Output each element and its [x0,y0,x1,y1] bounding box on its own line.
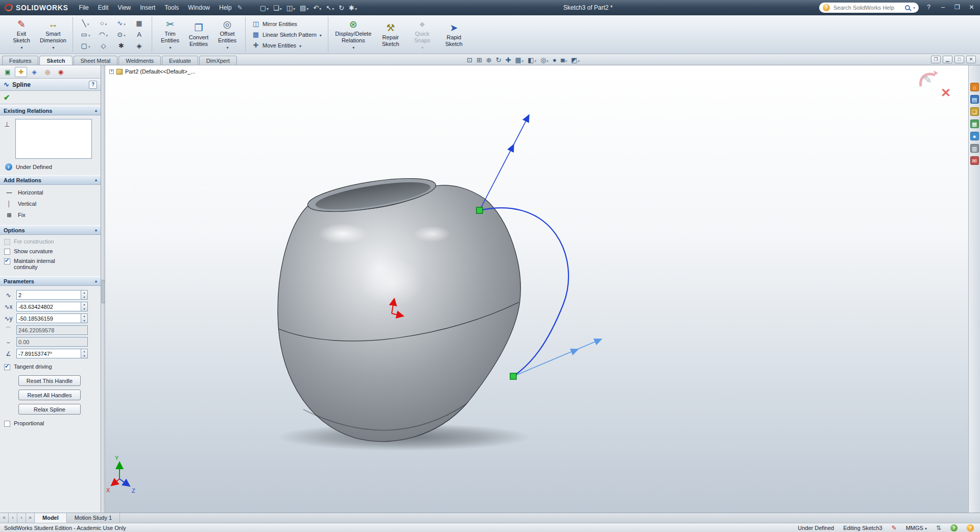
spline-tool-button[interactable]: ∿ [112,18,130,29]
minimize-document-icon[interactable]: ▁ [943,56,952,63]
text-tool-button[interactable]: A [130,29,148,40]
exit-sketch-corner-button[interactable]: ✎ [918,69,939,89]
spin-down-icon[interactable] [81,354,87,358]
custom-properties-icon[interactable]: ▥ [970,144,979,153]
nav-last-button[interactable]: » [26,513,35,523]
maintain-internal-continuity-checkbox[interactable] [4,258,10,264]
apply-scene-button[interactable]: ◙ [560,56,568,64]
spin-down-icon[interactable] [81,295,87,300]
property-manager-tab-icon[interactable]: ✚ [15,67,27,77]
point-tool-button[interactable]: ✱ [112,40,130,52]
save-button[interactable]: ◫ [284,2,297,13]
x-coordinate-input[interactable] [17,302,81,311]
tangent-handle-bottom-mid-arrow[interactable] [576,349,578,350]
rapid-sketch-button[interactable]: ➤ Rapid Sketch [438,18,470,52]
repair-sketch-button[interactable]: ⚒ Repair Sketch [375,18,407,52]
spinner-control[interactable] [81,314,87,323]
plane-tool-button[interactable]: ◈ [130,40,148,52]
maximize-document-icon[interactable]: □ [954,56,964,63]
offset-entities-button[interactable]: ◎ Offset Entities [213,18,242,52]
display-delete-relations-button[interactable]: ⊛ Display/Delete Relations [332,18,375,52]
spline-point-top[interactable] [476,207,483,213]
y-coordinate-field[interactable] [16,313,88,323]
tab-sketch[interactable]: Sketch [39,56,72,65]
rotate-view-button[interactable]: ↻ [495,56,503,64]
restore-button[interactable]: ❐ [951,2,964,13]
menu-edit[interactable]: Edit [93,2,113,13]
tab-evaluate[interactable]: Evaluate [162,56,198,65]
existing-relations-header[interactable]: Existing Relations [0,106,101,115]
tab-sheet-metal[interactable]: Sheet Metal [74,56,118,65]
tab-weldments[interactable]: Weldments [118,56,161,65]
mirror-entities-button[interactable]: ◫ Mirror Entities [249,19,324,29]
view-orientation-button[interactable]: ▦ [514,56,525,64]
rebuild-button[interactable]: ↻ [337,2,346,13]
open-document-button[interactable]: ❏ [271,2,284,13]
nav-first-button[interactable]: « [0,513,9,523]
relations-listbox[interactable] [15,119,92,159]
exit-sketch-button[interactable]: ✎ Exit Sketch [6,18,37,52]
dimxpert-manager-tab-icon[interactable]: ◎ [41,67,54,77]
y-coordinate-input[interactable] [17,314,81,323]
restore-document-icon[interactable]: ❐ [931,56,941,63]
file-explorer-icon[interactable]: ❏ [970,107,979,116]
menu-help[interactable]: Help [214,2,236,13]
spline-point-number-field[interactable] [16,290,88,300]
solidworks-resources-icon[interactable]: ⌂ [970,83,979,91]
menu-window[interactable]: Window [183,2,214,13]
rectangle-tool-button[interactable]: ▭ [77,29,94,40]
spin-down-icon[interactable] [81,307,87,311]
ellipse-tool-button[interactable]: ⊙ [112,29,130,40]
for-construction-checkbox[interactable] [4,239,10,245]
quick-tips-icon[interactable]: ? [967,524,974,531]
maintain-internal-continuity-option[interactable]: Maintain internal continuity [3,256,80,272]
tab-dimxpert[interactable]: DimXpert [199,56,237,65]
search-icon[interactable] [905,5,910,10]
options-header[interactable]: Options [0,225,101,235]
convert-entities-button[interactable]: ❐ Convert Entities [184,18,213,52]
tangent-driving-checkbox[interactable] [4,364,10,370]
nav-prev-button[interactable]: ‹ [9,513,17,523]
select-button[interactable]: ↖ [324,2,336,13]
ok-button[interactable]: ✔ [4,93,10,102]
tangent-handle-bottom[interactable] [513,339,602,376]
graphics-viewport[interactable]: Y X Z Part2 (Default<<Default>_... [105,65,968,513]
nav-next-button[interactable]: › [17,513,26,523]
arc-tool-button[interactable]: ◠ [94,29,112,40]
parameters-header[interactable]: Parameters [0,276,101,286]
relax-spline-button[interactable]: Relax Spline [18,404,81,415]
spin-down-icon[interactable] [81,319,87,323]
options-button[interactable]: ✱ [347,2,359,13]
polygon-tool-button[interactable]: ◇ [94,40,112,52]
display-style-button[interactable]: ◧ [527,56,537,64]
configuration-manager-tab-icon[interactable]: ◈ [28,67,40,77]
spinner-control[interactable] [81,291,87,299]
spinner-control[interactable] [81,349,87,358]
reset-all-handles-button[interactable]: Reset All Handles [18,390,81,400]
pan-button[interactable]: ✚ [505,56,512,64]
menu-insert[interactable]: Insert [135,2,160,13]
line-tool-button[interactable]: ╲ [77,18,94,29]
x-coordinate-field[interactable] [16,302,88,311]
collapse-chevron-icon[interactable] [95,279,97,283]
proportional-checkbox[interactable] [4,421,10,427]
tangent-handle-top[interactable] [480,115,529,210]
vertical-relation-button[interactable]: │ Vertical [3,198,98,209]
show-curvature-option[interactable]: Show curvature [3,247,98,256]
tangent-handle-top-mid-arrow[interactable] [512,144,514,148]
add-relations-header[interactable]: Add Relations [0,175,101,185]
spin-up-icon[interactable] [81,314,87,319]
smart-dimension-button[interactable]: ↔ Smart Dimension [37,18,69,52]
collapse-chevron-icon[interactable] [95,108,97,113]
help-status-icon[interactable]: ? [950,524,958,531]
quick-snaps-button[interactable]: ⌖ Quick Snaps [407,18,438,52]
circle-tool-button[interactable]: ○ [94,18,112,29]
design-library-icon[interactable]: ▤ [970,95,979,104]
collapse-chevron-icon[interactable] [95,228,97,232]
menu-pin-icon[interactable]: ✎ [237,4,243,11]
print-button[interactable]: ▤ [298,2,310,13]
spline-point-bottom[interactable] [510,373,516,379]
tangent-angle-input[interactable] [17,349,81,358]
spin-up-icon[interactable] [81,349,87,354]
vase-body[interactable] [278,185,520,442]
